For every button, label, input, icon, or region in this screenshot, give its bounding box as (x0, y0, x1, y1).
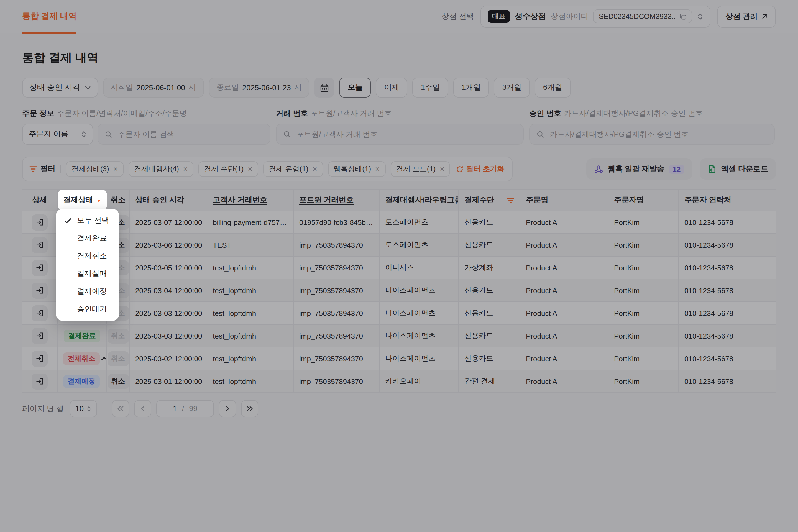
dropdown-item-pending-approval[interactable]: 승인대기 (56, 300, 119, 318)
payment-status-dropdown: 모두 선택 결제완료 결제취소 결제실패 결제예정 승인대기 (56, 209, 119, 321)
dropdown-item-select-all[interactable]: 모두 선택 (56, 212, 119, 229)
col-payment-status[interactable]: 결제상태 (58, 190, 107, 211)
app-root: 통합 결제 내역 상점 선택 대표 성수상점 상점아이디 SED02345DCO… (0, 0, 798, 532)
filter-lines-icon (97, 197, 101, 203)
modal-dim-overlay[interactable] (0, 0, 798, 532)
check-icon (60, 217, 75, 224)
dropdown-item-paid[interactable]: 결제완료 (56, 229, 119, 247)
dropdown-item-failed[interactable]: 결제실패 (56, 265, 119, 283)
dropdown-item-scheduled[interactable]: 결제예정 (56, 283, 119, 300)
dropdown-item-cancelled[interactable]: 결제취소 (56, 247, 119, 265)
